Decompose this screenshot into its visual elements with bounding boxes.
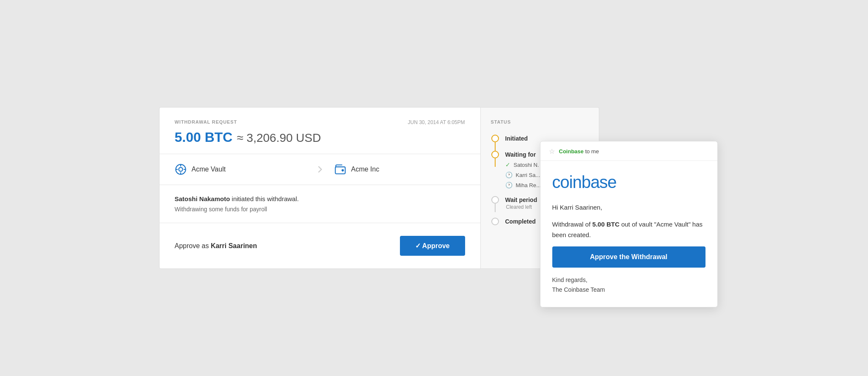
star-icon: ☆ (549, 147, 555, 155)
email-popup: ☆ Coinbase to me coinbase Hi Karri Saari… (540, 141, 718, 307)
email-body-text: Withdrawal of 5.00 BTC out of vault "Acm… (552, 219, 705, 241)
approve-row: Approve as Karri Saarinen ✓ Approve (160, 223, 480, 268)
withdrawal-panel: WITHDRAWAL REQUEST JUN 30, 2014 AT 6:05P… (159, 107, 481, 269)
sub-item-satoshi: ✓ Satoshi N. (505, 161, 541, 168)
svg-point-7 (342, 170, 344, 171)
status-dot-initiated (491, 135, 499, 142)
transfer-arrow-icon (314, 163, 326, 175)
coinbase-logo-text: coinbase (552, 173, 617, 191)
approve-button[interactable]: ✓ Approve (400, 236, 465, 256)
transfer-from: Acme Vault (175, 163, 306, 175)
status-waiting-label: Waiting for (505, 151, 541, 158)
email-logo: coinbase (540, 161, 717, 200)
clock-icon-miha: 🕐 (505, 182, 513, 188)
status-line-2 (495, 158, 496, 167)
status-line-1 (495, 142, 496, 151)
email-header: ☆ Coinbase to me (540, 141, 717, 161)
svg-point-1 (179, 167, 182, 171)
amount-row: 5.00 BTC ≈ 3,206.90 USD (175, 130, 465, 145)
usd-amount: ≈ 3,206.90 USD (237, 131, 321, 145)
status-heading: STATUS (491, 119, 589, 124)
email-approve-button[interactable]: Approve the Withdrawal (552, 246, 705, 268)
note-row: Satoshi Nakamoto initiated this withdraw… (160, 185, 480, 223)
status-dot-wait-period (491, 196, 499, 204)
sub-label-satoshi: Satoshi N. (514, 162, 539, 168)
clock-icon-karri: 🕐 (505, 171, 513, 178)
status-line-3 (495, 204, 496, 212)
status-initiated-label: Initiated (505, 135, 528, 142)
sub-item-miha: 🕐 Miha Re... (505, 182, 541, 188)
check-icon-satoshi: ✓ (505, 161, 510, 168)
email-footer: Kind regards, The Coinbase Team (540, 275, 717, 296)
vault-icon (175, 163, 187, 175)
status-dot-waiting (491, 151, 499, 158)
note-text: Withdrawing some funds for payroll (175, 206, 465, 213)
transfer-to: Acme Inc (334, 163, 465, 175)
transfer-row: Acme Vault Acme Inc (160, 154, 480, 185)
status-dot-completed (491, 218, 499, 225)
email-body: Hi Karri Saarinen, Withdrawal of 5.00 BT… (540, 200, 717, 241)
btc-amount: 5.00 BTC (175, 130, 233, 145)
approve-as-text: Approve as Karri Saarinen (175, 242, 257, 250)
sub-item-karri: 🕐 Karri Sa... (505, 171, 541, 178)
email-from: Coinbase to me (559, 148, 599, 155)
sub-label-miha: Miha Re... (516, 182, 541, 188)
date-label: JUN 30, 2014 AT 6:05PM (408, 119, 465, 125)
email-greeting: Hi Karri Saarinen, (552, 202, 705, 213)
withdrawal-header: WITHDRAWAL REQUEST JUN 30, 2014 AT 6:05P… (160, 108, 480, 154)
wallet-icon (334, 163, 346, 175)
status-completed-label: Completed (505, 218, 536, 225)
status-cleared-label: Cleared left (505, 204, 537, 210)
note-initiator: Satoshi Nakamoto initiated this withdraw… (175, 195, 465, 202)
to-name: Acme Inc (351, 166, 380, 173)
sub-label-karri: Karri Sa... (516, 172, 540, 178)
status-wait-period-label: Wait period (505, 196, 537, 203)
from-name: Acme Vault (192, 166, 226, 173)
withdrawal-request-label: WITHDRAWAL REQUEST (175, 119, 237, 124)
